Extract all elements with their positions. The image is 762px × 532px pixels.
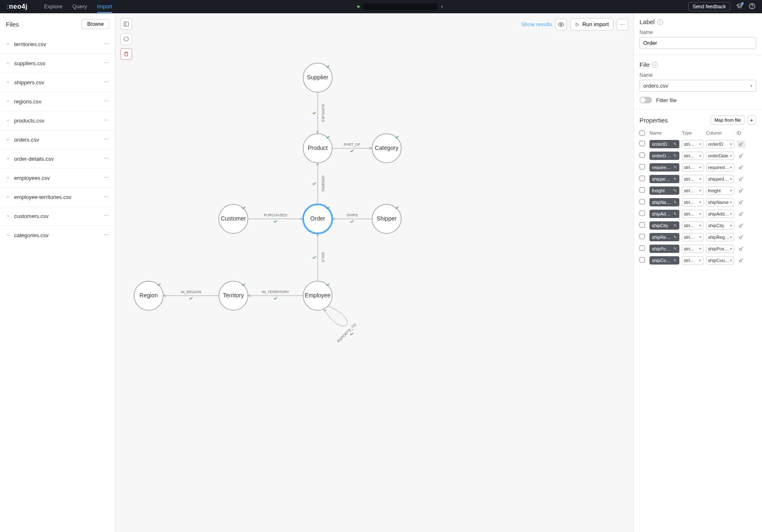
property-checkbox[interactable] bbox=[639, 222, 645, 228]
label-name-input[interactable] bbox=[639, 37, 756, 49]
property-type-select[interactable]: stri…▾ bbox=[682, 175, 703, 183]
file-more-button[interactable] bbox=[103, 79, 109, 86]
key-icon[interactable] bbox=[737, 188, 746, 194]
property-checkbox[interactable] bbox=[639, 176, 645, 181]
property-name-pill[interactable]: freight✎ bbox=[649, 186, 679, 195]
file-item[interactable]: regions.csv bbox=[0, 92, 115, 111]
info-icon[interactable]: i bbox=[657, 19, 663, 25]
property-type-select[interactable]: stri…▾ bbox=[682, 152, 703, 160]
property-column-select[interactable]: shipPost…▾ bbox=[706, 245, 734, 253]
key-icon[interactable] bbox=[737, 211, 746, 217]
property-checkbox[interactable] bbox=[639, 152, 645, 158]
property-column-select[interactable]: shipRegi…▾ bbox=[706, 233, 734, 241]
file-more-button[interactable] bbox=[103, 232, 109, 239]
edge-reports_to[interactable] bbox=[324, 306, 347, 326]
file-more-button[interactable] bbox=[103, 60, 109, 67]
key-icon[interactable] bbox=[737, 257, 746, 263]
file-item[interactable]: employees.csv bbox=[0, 168, 115, 187]
property-checkbox[interactable] bbox=[639, 164, 645, 169]
property-column-select[interactable]: shippedD…▾ bbox=[706, 175, 734, 183]
info-icon[interactable]: i bbox=[652, 62, 658, 68]
property-checkbox[interactable] bbox=[639, 211, 645, 216]
key-icon[interactable] bbox=[737, 246, 746, 252]
file-item[interactable]: categories.csv bbox=[0, 226, 115, 245]
graph-svg[interactable]: SUPPLIESPART_OFORDERSPURCHASEDSHIPSSOLDI… bbox=[115, 13, 633, 532]
property-type-select[interactable]: stri…▾ bbox=[682, 221, 703, 230]
file-more-button[interactable] bbox=[103, 213, 109, 220]
map-from-file-button[interactable]: Map from file bbox=[711, 115, 745, 125]
canvas[interactable]: Show results Run import SUPPLIESPART_OFO… bbox=[115, 13, 633, 532]
property-checkbox[interactable] bbox=[639, 234, 645, 239]
property-column-select[interactable]: orderDate▾ bbox=[706, 152, 734, 160]
key-icon[interactable] bbox=[737, 140, 746, 148]
filter-file-toggle[interactable] bbox=[639, 97, 652, 103]
key-icon[interactable] bbox=[737, 234, 746, 240]
key-icon[interactable] bbox=[737, 176, 746, 182]
file-item[interactable]: employee-territories.csv bbox=[0, 187, 115, 206]
property-name-pill[interactable]: shipNa…✎ bbox=[649, 198, 679, 206]
key-icon[interactable] bbox=[737, 153, 746, 159]
property-column-select[interactable]: shipAddr…▾ bbox=[706, 210, 734, 218]
file-item[interactable]: customers.csv bbox=[0, 206, 115, 226]
property-type-select[interactable]: stri…▾ bbox=[682, 140, 703, 148]
file-item[interactable]: products.csv bbox=[0, 111, 115, 130]
file-more-button[interactable] bbox=[103, 155, 109, 162]
run-import-button[interactable]: Run import bbox=[570, 18, 613, 30]
property-type-select[interactable]: stri…▾ bbox=[682, 186, 703, 195]
education-icon[interactable] bbox=[736, 3, 743, 11]
file-item[interactable]: suppliers.csv bbox=[0, 54, 115, 73]
file-item[interactable]: order-details.csv bbox=[0, 149, 115, 168]
key-icon[interactable] bbox=[737, 199, 746, 205]
nav-tab-import[interactable]: Import bbox=[97, 1, 113, 13]
add-node-button[interactable] bbox=[120, 33, 132, 45]
toggle-sidebar-button[interactable] bbox=[120, 18, 132, 30]
file-more-button[interactable] bbox=[103, 41, 109, 48]
property-type-select[interactable]: stri…▾ bbox=[682, 256, 703, 265]
file-item[interactable]: orders.csv bbox=[0, 130, 115, 149]
preview-button[interactable] bbox=[555, 19, 567, 30]
property-name-pill[interactable]: shipped…✎ bbox=[649, 175, 679, 183]
file-item[interactable]: shippers.csv bbox=[0, 73, 115, 92]
file-more-button[interactable] bbox=[103, 174, 109, 181]
property-name-pill[interactable]: shipReg…✎ bbox=[649, 233, 679, 241]
property-name-pill[interactable]: orderID✎ bbox=[649, 140, 679, 148]
select-all-checkbox[interactable] bbox=[639, 130, 645, 136]
delete-button[interactable] bbox=[120, 48, 132, 60]
property-column-select[interactable]: required…▾ bbox=[706, 163, 734, 172]
property-name-pill[interactable]: shipPos…✎ bbox=[649, 245, 679, 253]
property-column-select[interactable]: shipCity▾ bbox=[706, 221, 734, 230]
property-name-pill[interactable]: shipAd…✎ bbox=[649, 210, 679, 218]
property-checkbox[interactable] bbox=[639, 257, 645, 262]
property-type-select[interactable]: stri…▾ bbox=[682, 198, 703, 206]
file-more-button[interactable] bbox=[103, 136, 109, 143]
key-icon[interactable] bbox=[737, 164, 746, 170]
browse-button[interactable]: Browse bbox=[82, 19, 109, 29]
property-type-select[interactable]: stri…▾ bbox=[682, 163, 703, 172]
file-more-button[interactable] bbox=[103, 117, 109, 124]
property-checkbox[interactable] bbox=[639, 199, 645, 204]
property-checkbox[interactable] bbox=[639, 187, 645, 193]
property-checkbox[interactable] bbox=[639, 141, 645, 146]
file-item[interactable]: territories.csv bbox=[0, 35, 115, 54]
nav-tab-query[interactable]: Query bbox=[72, 1, 87, 13]
help-icon[interactable] bbox=[749, 3, 755, 11]
send-feedback-button[interactable]: Send feedback bbox=[688, 2, 730, 11]
file-more-button[interactable] bbox=[103, 194, 109, 201]
property-name-pill[interactable]: shipCou…✎ bbox=[649, 256, 679, 265]
property-type-select[interactable]: stri…▾ bbox=[682, 245, 703, 253]
show-results-link[interactable]: Show results bbox=[521, 21, 552, 27]
file-more-button[interactable] bbox=[103, 98, 109, 105]
property-type-select[interactable]: stri…▾ bbox=[682, 233, 703, 241]
property-checkbox[interactable] bbox=[639, 245, 645, 251]
property-name-pill[interactable]: orderDa…✎ bbox=[649, 152, 679, 160]
property-name-pill[interactable]: shipCity✎ bbox=[649, 221, 679, 230]
more-options-button[interactable] bbox=[617, 19, 628, 30]
property-column-select[interactable]: orderID▾ bbox=[706, 140, 734, 148]
file-select[interactable]: orders.csv ▾ bbox=[639, 80, 756, 92]
property-column-select[interactable]: shipName▾ bbox=[706, 198, 734, 206]
key-icon[interactable] bbox=[737, 223, 746, 228]
add-property-button[interactable]: + bbox=[747, 115, 756, 125]
connection-indicator[interactable]: ▾ bbox=[112, 3, 688, 10]
property-column-select[interactable]: shipCoun…▾ bbox=[706, 256, 734, 265]
property-type-select[interactable]: stri…▾ bbox=[682, 210, 703, 218]
